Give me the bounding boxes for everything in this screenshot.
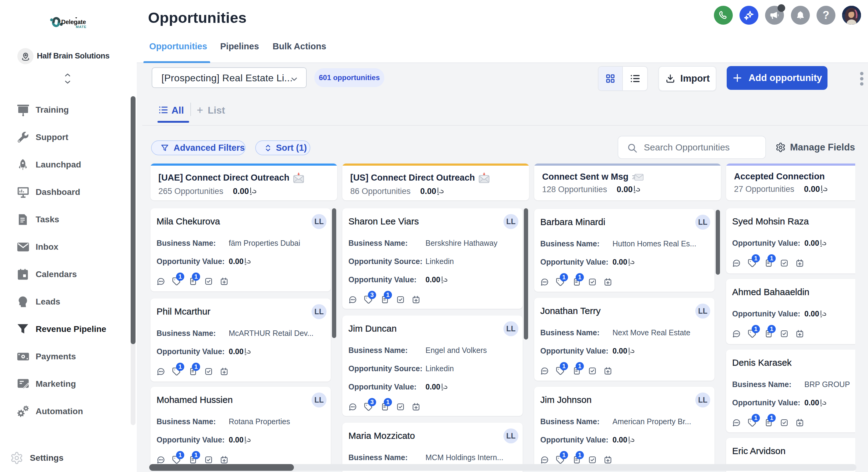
svg-text:MATE: MATE — [76, 25, 87, 29]
svg-text:Delegate: Delegate — [61, 19, 86, 25]
